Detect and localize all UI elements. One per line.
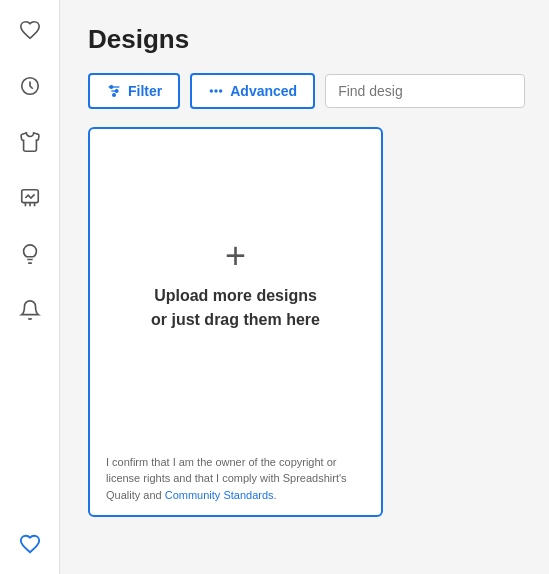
svg-point-7 (113, 94, 116, 97)
upload-card[interactable]: + Upload more designs or just drag them … (88, 127, 383, 517)
main-content: Designs Filter Advanced + (60, 0, 549, 574)
toolbar: Filter Advanced (88, 73, 525, 109)
filter-icon (106, 83, 122, 99)
filter-button[interactable]: Filter (88, 73, 180, 109)
svg-point-10 (220, 90, 222, 92)
upload-plus-icon: + (225, 238, 246, 274)
community-standards-link[interactable]: Community Standards (165, 489, 274, 501)
sidebar-item-ideas[interactable] (16, 240, 44, 268)
sidebar-item-dashboard[interactable] (16, 72, 44, 100)
upload-title: Upload more designs or just drag them he… (151, 284, 320, 332)
svg-point-8 (211, 90, 213, 92)
advanced-button[interactable]: Advanced (190, 73, 315, 109)
sidebar (0, 0, 60, 574)
advanced-icon (208, 83, 224, 99)
sidebar-item-favorite[interactable] (16, 16, 44, 44)
page-title: Designs (88, 24, 525, 55)
svg-point-9 (215, 90, 217, 92)
sidebar-item-notifications[interactable] (16, 296, 44, 324)
upload-footer: I confirm that I am the owner of the cop… (90, 442, 381, 516)
sidebar-item-products[interactable] (16, 128, 44, 156)
sidebar-item-loves[interactable] (16, 530, 44, 558)
search-input[interactable] (325, 74, 525, 108)
svg-point-5 (110, 86, 113, 89)
sidebar-item-analytics[interactable] (16, 184, 44, 212)
svg-point-6 (115, 90, 118, 93)
upload-card-content: + Upload more designs or just drag them … (90, 129, 381, 442)
